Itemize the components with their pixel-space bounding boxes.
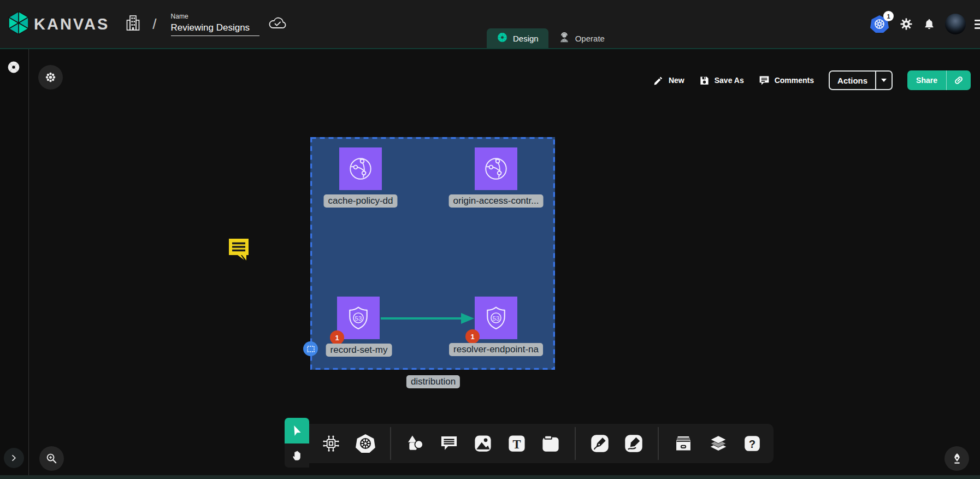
share-label: Share xyxy=(907,70,946,90)
chevron-right-icon xyxy=(10,454,18,462)
image-tool-icon[interactable] xyxy=(473,434,493,453)
node-cache-policy[interactable] xyxy=(339,147,382,190)
tab-design-label: Design xyxy=(513,34,539,43)
pen-nib-icon xyxy=(951,452,963,465)
pencil-icon xyxy=(653,75,664,86)
app-header: KANVAS / xyxy=(0,0,980,49)
left-sidebar xyxy=(0,49,29,475)
node-badge-resolver-endpoint[interactable]: 1 xyxy=(465,329,480,344)
flower-icon xyxy=(45,72,56,83)
comment-pin-icon xyxy=(227,236,251,262)
design-spiral-icon xyxy=(497,32,508,45)
k8s-context-count-badge: 1 xyxy=(883,11,894,21)
dashed-rect-icon xyxy=(307,346,315,352)
freehand-draw-tool-icon[interactable] xyxy=(624,434,644,453)
cursor-icon xyxy=(291,424,304,437)
canvas-actions-bar: New Save As Comments Actions Share xyxy=(653,70,971,91)
cloudfront-globe-icon xyxy=(480,153,512,185)
save-as-label: Save As xyxy=(715,76,744,85)
caret-down-icon xyxy=(881,79,887,82)
organization-icon[interactable] xyxy=(126,14,140,34)
new-button[interactable]: New xyxy=(653,75,684,86)
cloudfront-globe-icon xyxy=(345,153,376,185)
text-tool-icon[interactable]: T xyxy=(507,434,527,453)
tab-design[interactable]: Design xyxy=(487,28,548,48)
route53-shield-icon: 53 xyxy=(480,302,512,334)
pan-tool-button[interactable] xyxy=(285,443,309,468)
zoom-in-button[interactable] xyxy=(39,446,64,471)
node-record-set[interactable]: 53 xyxy=(337,297,380,339)
help-tool-icon[interactable]: ? xyxy=(743,434,761,453)
selection-handle[interactable] xyxy=(303,341,318,356)
mode-tabs: Design Operate xyxy=(487,28,615,48)
note-tool-icon[interactable] xyxy=(541,434,560,453)
archive-tool-icon[interactable] xyxy=(673,434,694,453)
tab-operate[interactable]: Operate xyxy=(548,28,615,48)
select-tool-button[interactable] xyxy=(285,418,309,443)
comment-icon xyxy=(759,75,770,86)
notifications-bell-icon[interactable] xyxy=(923,17,935,31)
shield-53-text: 53 xyxy=(355,315,362,322)
settings-gear-icon[interactable] xyxy=(900,17,913,31)
design-name-label: Name xyxy=(171,13,259,20)
node-resolver-endpoint[interactable]: 53 xyxy=(475,297,517,339)
shapes-tool-icon[interactable] xyxy=(405,434,425,453)
pen-tool-icon[interactable] xyxy=(590,434,610,453)
sidebar-expand-button[interactable] xyxy=(4,448,24,468)
node-origin-access-control[interactable] xyxy=(475,147,517,190)
operate-person-icon xyxy=(558,32,570,45)
new-label: New xyxy=(669,76,684,85)
comments-label: Comments xyxy=(775,76,814,85)
canvas-comment-pin[interactable] xyxy=(227,236,251,264)
actions-label: Actions xyxy=(830,72,875,89)
toolbar-divider xyxy=(390,427,391,460)
toolbar-divider xyxy=(575,427,576,460)
menu-icon[interactable] xyxy=(975,20,980,29)
kanvas-logo-icon xyxy=(8,11,29,37)
hand-icon xyxy=(291,450,303,462)
edge-record-set-to-resolver[interactable] xyxy=(381,311,476,326)
design-name-input[interactable] xyxy=(171,21,259,36)
help-glyph: ? xyxy=(749,438,755,450)
design-toolbar: T xyxy=(309,424,774,463)
share-button[interactable]: Share xyxy=(907,70,971,90)
whiteboard-pen-button[interactable] xyxy=(944,446,969,471)
kanvas-app: KANVAS / xyxy=(0,0,980,479)
kubernetes-context-button[interactable]: 1 xyxy=(870,14,889,34)
brand-name: KANVAS xyxy=(34,15,109,33)
floppy-disk-icon xyxy=(699,75,710,86)
magnifier-plus-icon xyxy=(45,452,58,465)
canvas-widgets-button[interactable] xyxy=(38,65,63,90)
kanvas-brand[interactable]: KANVAS xyxy=(8,11,109,37)
meshery-spiral-icon[interactable] xyxy=(7,60,21,76)
copy-link-button[interactable] xyxy=(946,70,971,90)
route53-shield-icon: 53 xyxy=(343,302,374,334)
cloud-saved-icon xyxy=(268,16,287,32)
tab-operate-label: Operate xyxy=(575,34,605,43)
node-label-cache-policy: cache-policy-dd xyxy=(323,194,397,208)
kubernetes-tool-icon[interactable] xyxy=(355,433,376,454)
comment-tool-icon[interactable] xyxy=(439,434,459,453)
node-label-origin-access-control: origin-access-contr... xyxy=(449,194,544,208)
text-glyph: T xyxy=(512,437,521,451)
components-tool-icon[interactable] xyxy=(321,434,341,453)
save-as-button[interactable]: Save As xyxy=(699,75,744,86)
group-label-distribution: distribution xyxy=(406,375,460,388)
layers-tool-icon[interactable] xyxy=(708,433,729,454)
link-icon xyxy=(953,75,964,86)
header-left: KANVAS / xyxy=(8,0,287,48)
breadcrumb-separator: / xyxy=(152,16,156,33)
pointer-tools xyxy=(285,418,309,468)
actions-caret[interactable] xyxy=(875,72,892,89)
node-label-resolver-endpoint: resolver-endpoint-na xyxy=(449,343,543,356)
shield-53-text: 53 xyxy=(493,315,500,322)
user-avatar[interactable] xyxy=(945,14,966,34)
status-bar xyxy=(0,475,980,479)
design-name-field: Name xyxy=(171,13,259,36)
actions-dropdown-button[interactable]: Actions xyxy=(829,70,893,90)
header-right: 1 xyxy=(870,0,980,48)
node-label-record-set: record-set-my xyxy=(326,344,392,357)
toolbar-divider xyxy=(658,427,659,460)
comments-button[interactable]: Comments xyxy=(759,75,814,86)
node-badge-record-set[interactable]: 1 xyxy=(330,330,344,345)
